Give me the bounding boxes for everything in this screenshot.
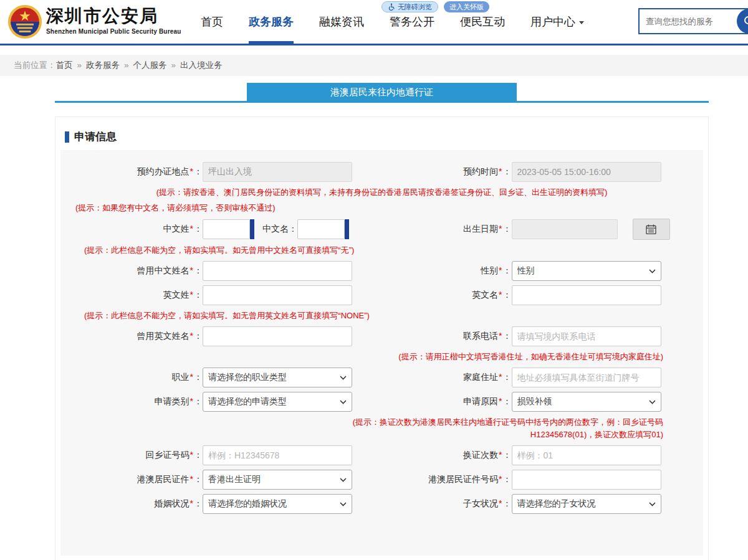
appointment-location-input[interactable] bbox=[203, 162, 352, 182]
form-row-left: 英文姓*： bbox=[60, 285, 382, 305]
label-colon: ： bbox=[194, 290, 203, 301]
required-mark: * bbox=[499, 498, 502, 510]
label-colon: ： bbox=[503, 290, 512, 301]
nav-item-public-interaction[interactable]: 便民互动 bbox=[460, 0, 505, 44]
form-row: 曾用英文姓名*：联系电话*： bbox=[60, 326, 703, 346]
renewal-count-label-text: 换证次数 bbox=[463, 450, 498, 461]
children-status-label: 子女状况*： bbox=[382, 498, 512, 510]
reentry-permit-number-label: 回乡证号码*： bbox=[60, 450, 203, 461]
birth-date-label: 出生日期*： bbox=[382, 224, 512, 235]
label-colon: ： bbox=[194, 265, 203, 277]
calendar-button[interactable] bbox=[633, 219, 670, 240]
gender-select[interactable]: 性别 bbox=[512, 261, 661, 281]
chevron-down-icon bbox=[340, 376, 347, 380]
form-hint: (提示：请用正楷中文填写香港住址，如确无香港住址可填写境内家庭住址) bbox=[60, 351, 703, 363]
hk-macao-document-select[interactable]: 香港出生证明 bbox=[203, 470, 352, 490]
application-category-select[interactable]: 请选择您的申请类型 bbox=[203, 392, 352, 412]
page: 深圳市公安局 Shenzhen Municipal Public Securit… bbox=[0, 0, 748, 560]
nav-item-government-services[interactable]: 政务服务 bbox=[249, 0, 294, 44]
required-mark: * bbox=[499, 166, 502, 178]
english-surname-input[interactable] bbox=[203, 285, 352, 305]
chinese-surname-validation-flag bbox=[250, 219, 254, 239]
breadcrumb-item-3[interactable]: 个人服务 bbox=[133, 60, 167, 70]
form-row-right: 申请原因*：损毁补领 bbox=[382, 392, 704, 412]
english-surname-label-text: 英文姓 bbox=[163, 290, 189, 301]
form-row-right: 联系电话*： bbox=[382, 326, 704, 346]
required-mark: * bbox=[190, 224, 193, 235]
renewal-count-input[interactable] bbox=[512, 445, 661, 465]
label-colon: ： bbox=[503, 224, 512, 235]
contact-phone-input[interactable] bbox=[512, 326, 661, 346]
nav-item-user-center[interactable]: 用户中心 bbox=[530, 0, 584, 44]
form-row-left: 曾用英文姓名*： bbox=[60, 326, 382, 346]
required-mark: * bbox=[190, 450, 193, 461]
occupation-select[interactable]: 请选择您的职业类型 bbox=[203, 368, 352, 387]
label-colon: ： bbox=[503, 372, 512, 383]
nav-item-police-affairs[interactable]: 警务公开 bbox=[390, 0, 434, 44]
application-category-label: 申请类别*： bbox=[60, 396, 203, 407]
form-row: 港澳居民证件*：香港出生证明港澳居民证件号码*： bbox=[60, 470, 703, 490]
nav-item-home[interactable]: 首页 bbox=[201, 0, 223, 44]
hk-macao-document-selected-value: 香港出生证明 bbox=[208, 474, 261, 485]
required-mark: * bbox=[190, 372, 193, 383]
org-name: 深圳市公安局 bbox=[46, 6, 181, 26]
page-title-tab[interactable]: 港澳居民来往内地通行证 bbox=[247, 83, 517, 101]
form-row-left: 回乡证号码*： bbox=[60, 445, 382, 465]
former-english-name-label: 曾用英文姓名*： bbox=[60, 331, 203, 342]
label-colon: ： bbox=[194, 498, 203, 510]
former-chinese-name-input[interactable] bbox=[203, 261, 352, 281]
label-colon: ： bbox=[503, 396, 512, 407]
gender-label-text: 性别 bbox=[481, 265, 498, 277]
label-colon: ： bbox=[194, 474, 203, 485]
required-mark: * bbox=[499, 474, 502, 485]
required-mark: * bbox=[190, 396, 193, 407]
form-row-left: 职业*：请选择您的职业类型 bbox=[60, 368, 382, 387]
form-hint: (提示：换证次数为港澳居民来往内地通行证号码中括号内的两位数字，例：回乡证号码 … bbox=[345, 416, 663, 441]
hk-macao-document-number-input[interactable] bbox=[512, 470, 661, 490]
label-colon: ： bbox=[503, 498, 512, 510]
label-colon: ： bbox=[503, 474, 512, 485]
reentry-permit-number-input[interactable] bbox=[203, 445, 352, 465]
former-chinese-name-label: 曾用中文姓名*： bbox=[60, 265, 203, 277]
breadcrumb-separator: » bbox=[171, 60, 176, 70]
chinese-surname-label-text: 中文姓 bbox=[163, 224, 189, 235]
form-row-right: 换证次数*： bbox=[382, 445, 704, 465]
marital-status-selected-value: 请选择您的婚姻状况 bbox=[208, 498, 287, 510]
breadcrumb: 当前位置： 首页»政务服务»个人服务»出入境业务 bbox=[0, 55, 748, 76]
breadcrumb-item-4[interactable]: 出入境业务 bbox=[180, 60, 223, 70]
form-row-right: 港澳居民证件号码*： bbox=[382, 470, 704, 490]
application-reason-selected-value: 损毁补领 bbox=[517, 396, 552, 407]
children-status-select[interactable]: 请选择您的子女状况 bbox=[512, 494, 661, 514]
form-row-left: 曾用中文姓名*： bbox=[60, 261, 382, 281]
form-row-left: 港澳居民证件*：香港出生证明 bbox=[60, 470, 382, 490]
english-given-name-input[interactable] bbox=[512, 285, 661, 305]
birth-date-input[interactable] bbox=[512, 219, 618, 239]
search-box bbox=[638, 8, 748, 34]
marital-status-label: 婚姻状况*： bbox=[60, 498, 203, 510]
label-colon: ： bbox=[194, 331, 203, 342]
contact-phone-label-text: 联系电话 bbox=[463, 331, 498, 342]
gender-label: 性别*： bbox=[382, 265, 512, 277]
appointment-time-input[interactable] bbox=[512, 162, 661, 182]
form-panel: 预约办证地点*：预约时间*：(提示：请按香港、澳门居民身份证的资料填写，未持有身… bbox=[60, 150, 703, 556]
breadcrumb-item-2[interactable]: 政务服务 bbox=[86, 60, 120, 70]
required-mark: * bbox=[190, 474, 193, 485]
search-input[interactable] bbox=[640, 9, 747, 33]
home-address-input[interactable] bbox=[512, 368, 661, 387]
form-row: 申请类别*：请选择您的申请类型申请原因*：损毁补领 bbox=[60, 392, 703, 412]
application-reason-select[interactable]: 损毁补领 bbox=[512, 392, 661, 412]
marital-status-select[interactable]: 请选择您的婚姻状况 bbox=[203, 494, 352, 514]
chinese-surname-input[interactable] bbox=[203, 219, 250, 239]
required-mark: * bbox=[190, 290, 193, 301]
former-english-name-input[interactable] bbox=[203, 326, 352, 346]
chinese-given-name-input[interactable] bbox=[297, 219, 345, 239]
section-title-text: 申请信息 bbox=[74, 130, 117, 144]
breadcrumb-label: 当前位置： bbox=[14, 60, 56, 71]
label-colon: ： bbox=[194, 166, 203, 178]
home-address-label-text: 家庭住址 bbox=[463, 372, 498, 383]
occupation-label-text: 职业 bbox=[172, 372, 189, 383]
nav-item-media-news[interactable]: 融媒资讯 bbox=[319, 0, 364, 44]
application-reason-label-text: 申请原因 bbox=[463, 396, 498, 407]
contact-phone-label: 联系电话*： bbox=[382, 331, 512, 342]
breadcrumb-item-1[interactable]: 首页 bbox=[56, 60, 73, 70]
